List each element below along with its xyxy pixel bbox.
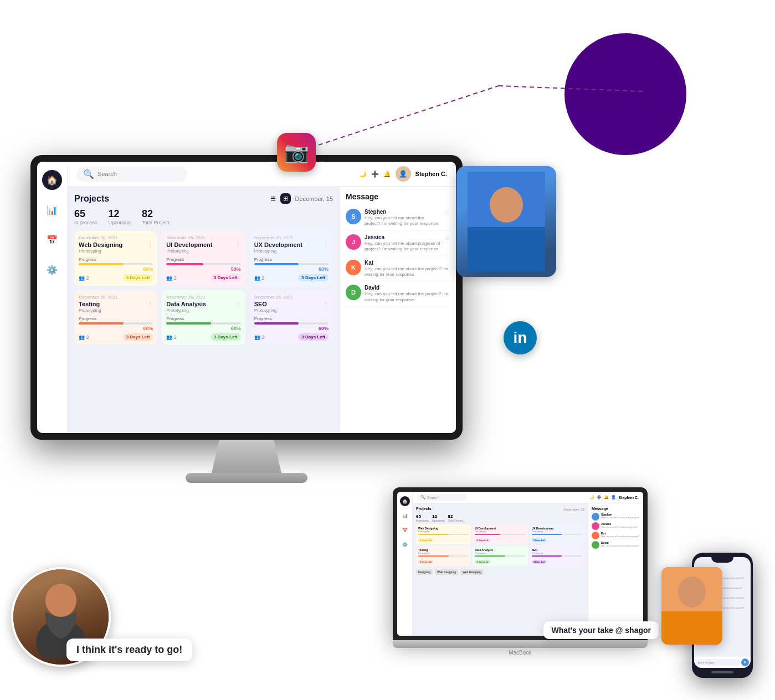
- msg-star-stephen[interactable]: ☆: [444, 209, 450, 227]
- linkedin-icon: in: [504, 321, 537, 354]
- projects-date: December, 15: [295, 195, 333, 202]
- sidebar-home-icon[interactable]: 🏠: [42, 170, 62, 190]
- msg-star-jessica[interactable]: ☆: [444, 234, 450, 253]
- card-progress-label-3: Progress: [254, 257, 329, 262]
- laptop-screen: 🏠 📊 📅 ⚙️ 🔍 Search 🌙 ➕: [393, 487, 648, 640]
- laptop-stat-3: 82Total Project: [448, 514, 464, 522]
- msg-content-stephen: Stephen Hey, can you tell me about the p…: [365, 209, 441, 227]
- project-card-seo[interactable]: December 20, 2021 SEO⋮ Prototyping Progr…: [250, 290, 333, 345]
- laptop-prog-fill-2: [475, 534, 500, 535]
- boy-photo: [456, 166, 556, 277]
- laptop-card-5[interactable]: Data Analysis Prototyping 3 Days Left: [473, 546, 527, 566]
- laptop-card-3[interactable]: UX Development Prototyping 3 Days Left: [530, 524, 584, 544]
- laptop-msg-txt-stephen: Hey, can you tell me about the project?: [601, 516, 639, 519]
- card-team-3: 👥 2: [254, 275, 265, 281]
- progress-fill-2: [166, 263, 203, 265]
- card-menu-2[interactable]: ⋮: [235, 241, 241, 249]
- laptop-screen-inner: 🏠 📊 📅 ⚙️ 🔍 Search 🌙 ➕: [397, 492, 643, 636]
- laptop-msg-kat[interactable]: Kat Hey, can you tell me about the proje…: [592, 532, 640, 539]
- laptop-card-6[interactable]: SEO Prototyping 3 Days Left: [530, 546, 584, 566]
- bell-icon[interactable]: 🔔: [383, 171, 391, 178]
- laptop-bell-icon[interactable]: 🔔: [604, 495, 609, 500]
- message-item-jessica[interactable]: J Jessica Hey, can you tell me about pro…: [346, 231, 450, 256]
- laptop-plus-icon[interactable]: ➕: [597, 495, 602, 500]
- card-menu-5[interactable]: ⋮: [235, 301, 241, 308]
- laptop-proj-header: Projects December, 15: [416, 507, 584, 512]
- laptop-sidebar-home[interactable]: 🏠: [400, 496, 410, 506]
- laptop-search-text: Search: [427, 496, 439, 500]
- project-card-ui-development[interactable]: December 25, 2021 UI Development⋮ Protot…: [162, 231, 245, 286]
- laptop-card-1[interactable]: Web Designing Prototyping 3 Days Left: [416, 524, 471, 544]
- laptop-search[interactable]: 🔍 Search: [417, 494, 467, 501]
- laptop-stat-lbl-3: Total Project: [448, 519, 464, 522]
- laptop-msg-av-jessica: [592, 522, 599, 530]
- laptop-card-4[interactable]: Testing Prototyping 3 Days Left: [416, 546, 471, 566]
- projects-panel: Projects ≡ ⊞ December, 15 65: [68, 187, 340, 433]
- laptop-sidebar-cal[interactable]: 📅: [400, 525, 410, 535]
- laptop-days-3: 3 Days Left: [532, 538, 547, 542]
- message-item-david[interactable]: D David Hey, can you tell me about the p…: [346, 281, 450, 307]
- sidebar-chart-icon[interactable]: 📊: [42, 200, 62, 220]
- project-card-ux-development[interactable]: December 20, 2021 UX Development⋮ Protot…: [250, 231, 333, 286]
- laptop-sidebar-chart[interactable]: 📊: [400, 511, 410, 521]
- laptop-nav-3[interactable]: Web Designing: [460, 569, 484, 575]
- laptop-stats: 65In process 12Upcoming 82Total Project: [416, 514, 584, 522]
- laptop-stat-1: 65In process: [416, 514, 429, 522]
- project-card-testing[interactable]: December 20, 2021 Testing⋮ Prototyping P…: [74, 290, 157, 345]
- laptop-stat-num-1: 65: [416, 514, 429, 519]
- card-title-3: UX Development: [254, 241, 302, 248]
- search-icon: 🔍: [83, 169, 94, 179]
- phone-notch: [711, 557, 733, 563]
- laptop-search-icon: 🔍: [420, 495, 425, 500]
- search-bar[interactable]: 🔍: [76, 167, 187, 182]
- card-pct-2: 50%: [166, 266, 240, 272]
- laptop-msg-david[interactable]: David Hey, can you tell me about the pro…: [592, 541, 640, 549]
- laptop-nav-1[interactable]: Designing: [416, 569, 433, 575]
- svg-rect-10: [661, 611, 722, 645]
- laptop-msg-jessica[interactable]: Jessica Hey, can you tell me about progr…: [592, 522, 640, 530]
- laptop-moon-icon: 🌙: [589, 495, 594, 500]
- card-days-2: 3 Days Left: [211, 274, 241, 281]
- laptop-sidebar: 🏠 📊 📅 ⚙️: [397, 492, 413, 636]
- card-team-6: 👥 2: [254, 334, 265, 340]
- laptop-card-sub-1: Prototyping: [418, 530, 469, 533]
- card-pct-6: 60%: [254, 326, 329, 331]
- card-date-5: December 20, 2021: [166, 295, 240, 300]
- laptop-topbar-right: 🌙 ➕ 🔔 👤 Stephen C.: [589, 495, 639, 500]
- laptop-card-2[interactable]: UI Development Prototyping 3 Days Left: [473, 524, 527, 544]
- card-menu-6[interactable]: ⋮: [323, 301, 329, 308]
- card-footer-6: 👥 2 3 Days Left: [254, 333, 329, 341]
- msg-name-stephen: Stephen: [365, 209, 441, 215]
- card-footer-3: 👥 2 3 Days Left: [254, 274, 329, 281]
- card-pct-5: 60%: [166, 326, 240, 331]
- messages-title: Message: [346, 192, 450, 201]
- card-menu-1[interactable]: ⋮: [147, 241, 153, 249]
- card-date-1: December 20, 2021: [79, 235, 153, 240]
- grid-icon[interactable]: ⊞: [280, 193, 291, 204]
- laptop-prog-fill-1: [418, 534, 449, 535]
- laptop-content: Projects December, 15 65In process 12Upc…: [413, 503, 643, 636]
- sidebar-calendar-icon[interactable]: 📅: [42, 230, 62, 250]
- phone-chat-field[interactable]: Type a message...: [696, 659, 740, 666]
- stat-in-process: 65 In process: [74, 208, 97, 225]
- laptop-sidebar-settings[interactable]: ⚙️: [400, 539, 410, 549]
- card-menu-4[interactable]: ⋮: [147, 301, 153, 308]
- card-menu-3[interactable]: ⋮: [323, 241, 329, 249]
- laptop-card-sub-3: Prototyping: [532, 530, 582, 533]
- imac-screen-inner: 🏠 📊 📅 ⚙️ 🔍 🌙 ➕: [37, 162, 456, 433]
- project-card-web-designing[interactable]: December 20, 2021 Web Designing⋮ Prototy…: [74, 231, 157, 286]
- plus-icon[interactable]: ➕: [371, 171, 379, 178]
- laptop-prog-fill-5: [475, 555, 505, 557]
- laptop-days-4: 3 Days Left: [418, 560, 433, 564]
- laptop-msg-stephen[interactable]: Stephen Hey, can you tell me about the p…: [592, 513, 640, 521]
- phone-send-button[interactable]: ➤: [741, 658, 749, 666]
- search-input[interactable]: [97, 171, 175, 177]
- message-item-kat[interactable]: K Kat Hey, can you tell me about the pro…: [346, 256, 450, 282]
- sidebar-settings-icon[interactable]: ⚙️: [42, 260, 62, 280]
- project-card-data-analysis[interactable]: December 20, 2021 Data Analysis⋮ Prototy…: [162, 290, 245, 345]
- message-item-stephen[interactable]: S Stephen Hey, can you tell me about the…: [346, 205, 450, 231]
- laptop-nav-2[interactable]: Web Designing: [435, 569, 458, 575]
- laptop-msg-content-david: David Hey, can you tell me about the pro…: [601, 541, 639, 549]
- laptop-card-sub-2: Prototyping: [475, 530, 525, 533]
- laptop-prog-2: [475, 534, 525, 535]
